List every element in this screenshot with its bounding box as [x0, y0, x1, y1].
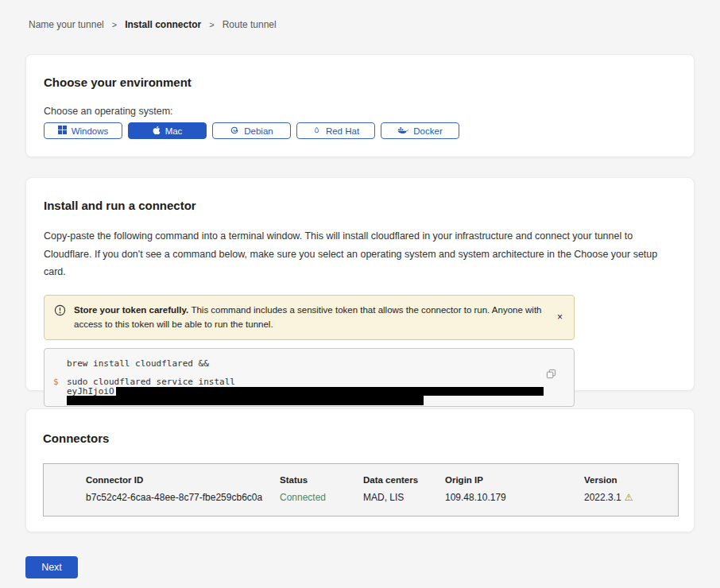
table-header-row: Connector ID Status Data centers Origin …	[86, 475, 678, 485]
table-row: b7c52c42-6caa-48ee-8c77-fbe259cb6c0a Con…	[86, 492, 678, 503]
data-centers-value: MAD, LIS	[363, 492, 445, 503]
col-header-origin-ip: Origin IP	[445, 475, 584, 485]
code-line-brew: brew install cloudflared &&	[67, 358, 574, 369]
version-value: 2022.3.1	[584, 492, 621, 503]
install-card: Install and run a connector Copy-paste t…	[25, 177, 695, 391]
install-command-codeblock: brew install cloudflared && $ sudo cloud…	[44, 348, 575, 407]
apple-icon	[153, 126, 161, 137]
os-button-windows[interactable]: Windows	[44, 122, 122, 139]
redhat-icon	[312, 126, 321, 137]
breadcrumb-separator: >	[209, 20, 214, 29]
alert-close-icon[interactable]: ×	[557, 311, 563, 323]
os-button-label: Debian	[244, 126, 273, 136]
os-button-label: Windows	[72, 126, 109, 136]
os-button-docker[interactable]: Docker	[381, 122, 459, 139]
col-header-connector-id: Connector ID	[86, 475, 280, 485]
os-button-label: Mac	[165, 126, 183, 136]
token-prefix: eyJhIjoiO	[67, 386, 114, 397]
token-warning-alert: Store your token carefully. This command…	[44, 295, 575, 341]
breadcrumb-route-tunnel[interactable]: Route tunnel	[223, 19, 277, 30]
copy-icon	[546, 369, 556, 379]
environment-card: Choose your environment Choose an operat…	[25, 54, 695, 157]
copy-command-button[interactable]	[546, 369, 556, 381]
alert-title: Store your token carefully.	[74, 305, 191, 315]
circle-exclamation-icon	[54, 304, 66, 319]
breadcrumb-install-connector[interactable]: Install connector	[125, 19, 201, 30]
origin-ip-value: 109.48.10.179	[445, 492, 584, 503]
os-button-group: Windows Mac Debian R	[44, 122, 676, 139]
version-warning-icon[interactable]: ⚠	[625, 493, 633, 502]
redacted-token-bar	[116, 387, 544, 396]
debian-swirl-icon	[230, 126, 239, 137]
os-button-debian[interactable]: Debian	[212, 122, 291, 139]
environment-card-title: Choose your environment	[44, 75, 676, 89]
os-button-redhat[interactable]: Red Hat	[296, 122, 375, 139]
shell-prompt: $	[53, 377, 67, 387]
os-select-label: Choose an operating system:	[44, 106, 676, 117]
breadcrumb-separator: >	[112, 20, 117, 29]
install-description: Copy-paste the following command into a …	[44, 227, 675, 281]
docker-whale-icon	[397, 126, 408, 137]
connectors-table: Connector ID Status Data centers Origin …	[43, 463, 679, 516]
os-button-mac[interactable]: Mac	[128, 122, 207, 139]
alert-text: Store your token carefully. This command…	[74, 303, 542, 333]
windows-icon	[58, 126, 67, 136]
status-badge: Connected	[280, 492, 363, 503]
install-card-title: Install and run a connector	[44, 199, 676, 212]
connector-id-value: b7c52c42-6caa-48ee-8c77-fbe259cb6c0a	[86, 492, 280, 503]
col-header-version: Version	[584, 475, 678, 485]
col-header-data-centers: Data centers	[363, 475, 445, 485]
os-button-label: Red Hat	[326, 126, 359, 136]
connectors-card: Connectors Connector ID Status Data cent…	[25, 408, 695, 532]
redacted-token-bar	[67, 396, 424, 405]
next-button[interactable]: Next	[25, 556, 78, 578]
breadcrumb-name-your-tunnel[interactable]: Name your tunnel	[29, 19, 104, 30]
breadcrumb: Name your tunnel > Install connector > R…	[0, 0, 720, 30]
connectors-card-title: Connectors	[43, 431, 676, 445]
col-header-status: Status	[280, 475, 363, 485]
os-button-label: Docker	[413, 126, 442, 136]
